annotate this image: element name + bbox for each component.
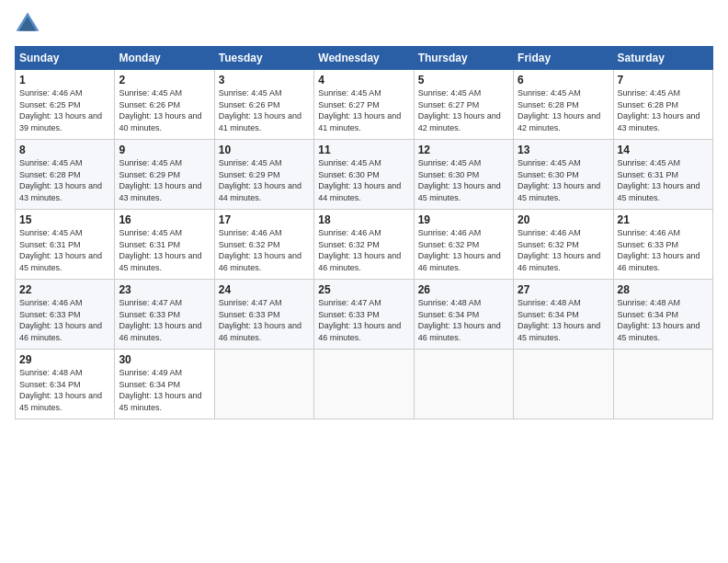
col-sunday: Sunday — [16, 47, 115, 70]
day-info: Sunrise: 4:45 AMSunset: 6:26 PMDaylight:… — [219, 87, 310, 133]
day-number: 5 — [418, 74, 509, 86]
day-number: 29 — [19, 353, 110, 366]
calendar-cell: 25 Sunrise: 4:47 AMSunset: 6:33 PMDaylig… — [314, 280, 414, 350]
day-number: 25 — [318, 283, 409, 296]
calendar-week-row: 1 Sunrise: 4:46 AMSunset: 6:25 PMDayligh… — [16, 70, 713, 140]
calendar-cell: 28 Sunrise: 4:48 AMSunset: 6:34 PMDaylig… — [613, 280, 712, 350]
day-number: 14 — [618, 144, 709, 156]
day-number: 9 — [119, 144, 210, 156]
calendar-cell: 17 Sunrise: 4:46 AMSunset: 6:32 PMDaylig… — [214, 210, 313, 280]
calendar-cell: 27 Sunrise: 4:48 AMSunset: 6:34 PMDaylig… — [514, 280, 613, 350]
day-info: Sunrise: 4:45 AMSunset: 6:28 PMDaylight:… — [19, 157, 110, 203]
calendar-cell: 26 Sunrise: 4:48 AMSunset: 6:34 PMDaylig… — [414, 280, 513, 350]
day-number: 16 — [119, 213, 210, 226]
col-saturday: Saturday — [613, 47, 712, 70]
calendar-cell: 12 Sunrise: 4:45 AMSunset: 6:30 PMDaylig… — [414, 140, 513, 210]
day-number: 12 — [418, 144, 509, 156]
day-number: 18 — [318, 213, 409, 226]
day-number: 7 — [618, 74, 709, 86]
day-number: 6 — [518, 74, 609, 86]
day-number: 30 — [119, 353, 210, 366]
day-number: 17 — [219, 213, 310, 226]
day-info: Sunrise: 4:48 AMSunset: 6:34 PMDaylight:… — [618, 297, 709, 343]
col-monday: Monday — [115, 47, 214, 70]
day-number: 20 — [518, 213, 609, 226]
calendar-cell: 8 Sunrise: 4:45 AMSunset: 6:28 PMDayligh… — [16, 140, 115, 210]
calendar-cell: 21 Sunrise: 4:46 AMSunset: 6:33 PMDaylig… — [613, 210, 712, 280]
day-number: 24 — [219, 283, 310, 296]
calendar-table: Sunday Monday Tuesday Wednesday Thursday… — [15, 46, 713, 419]
day-number: 4 — [318, 74, 409, 86]
col-friday: Friday — [514, 47, 613, 70]
calendar-cell: 24 Sunrise: 4:47 AMSunset: 6:33 PMDaylig… — [214, 280, 313, 350]
day-info: Sunrise: 4:47 AMSunset: 6:33 PMDaylight:… — [318, 297, 409, 343]
day-info: Sunrise: 4:46 AMSunset: 6:33 PMDaylight:… — [19, 297, 110, 343]
calendar-week-row: 29 Sunrise: 4:48 AMSunset: 6:34 PMDaylig… — [16, 350, 713, 419]
day-info: Sunrise: 4:45 AMSunset: 6:28 PMDaylight:… — [518, 87, 609, 133]
calendar-cell: 23 Sunrise: 4:47 AMSunset: 6:33 PMDaylig… — [115, 280, 214, 350]
day-number: 19 — [418, 213, 509, 226]
day-number: 11 — [318, 144, 409, 156]
calendar-cell: 29 Sunrise: 4:48 AMSunset: 6:34 PMDaylig… — [16, 350, 115, 419]
calendar-week-row: 15 Sunrise: 4:45 AMSunset: 6:31 PMDaylig… — [16, 210, 713, 280]
calendar-cell — [613, 350, 712, 419]
col-thursday: Thursday — [414, 47, 513, 70]
calendar-cell: 19 Sunrise: 4:46 AMSunset: 6:32 PMDaylig… — [414, 210, 513, 280]
calendar-cell: 15 Sunrise: 4:45 AMSunset: 6:31 PMDaylig… — [16, 210, 115, 280]
calendar-cell: 4 Sunrise: 4:45 AMSunset: 6:27 PMDayligh… — [314, 70, 414, 140]
day-info: Sunrise: 4:46 AMSunset: 6:32 PMDaylight:… — [219, 227, 310, 273]
day-info: Sunrise: 4:48 AMSunset: 6:34 PMDaylight:… — [518, 297, 609, 343]
day-info: Sunrise: 4:46 AMSunset: 6:32 PMDaylight:… — [318, 227, 409, 273]
calendar-cell: 1 Sunrise: 4:46 AMSunset: 6:25 PMDayligh… — [16, 70, 115, 140]
day-info: Sunrise: 4:49 AMSunset: 6:34 PMDaylight:… — [119, 367, 210, 413]
calendar-header-row: Sunday Monday Tuesday Wednesday Thursday… — [16, 47, 713, 70]
day-number: 23 — [119, 283, 210, 296]
day-info: Sunrise: 4:45 AMSunset: 6:26 PMDaylight:… — [119, 87, 210, 133]
day-info: Sunrise: 4:46 AMSunset: 6:32 PMDaylight:… — [518, 227, 609, 273]
day-number: 21 — [618, 213, 709, 226]
col-tuesday: Tuesday — [214, 47, 313, 70]
day-number: 27 — [518, 283, 609, 296]
day-info: Sunrise: 4:45 AMSunset: 6:29 PMDaylight:… — [219, 157, 310, 203]
col-wednesday: Wednesday — [314, 47, 414, 70]
calendar-cell: 20 Sunrise: 4:46 AMSunset: 6:32 PMDaylig… — [514, 210, 613, 280]
day-info: Sunrise: 4:46 AMSunset: 6:25 PMDaylight:… — [19, 87, 110, 133]
calendar-cell: 10 Sunrise: 4:45 AMSunset: 6:29 PMDaylig… — [214, 140, 313, 210]
calendar-cell: 5 Sunrise: 4:45 AMSunset: 6:27 PMDayligh… — [414, 70, 513, 140]
day-info: Sunrise: 4:45 AMSunset: 6:31 PMDaylight:… — [19, 227, 110, 273]
day-info: Sunrise: 4:46 AMSunset: 6:32 PMDaylight:… — [418, 227, 509, 273]
calendar-cell — [414, 350, 513, 419]
day-info: Sunrise: 4:46 AMSunset: 6:33 PMDaylight:… — [618, 227, 709, 273]
day-number: 1 — [19, 74, 110, 86]
calendar-cell: 13 Sunrise: 4:45 AMSunset: 6:30 PMDaylig… — [514, 140, 613, 210]
day-info: Sunrise: 4:48 AMSunset: 6:34 PMDaylight:… — [418, 297, 509, 343]
day-info: Sunrise: 4:47 AMSunset: 6:33 PMDaylight:… — [119, 297, 210, 343]
calendar-cell: 11 Sunrise: 4:45 AMSunset: 6:30 PMDaylig… — [314, 140, 414, 210]
logo — [15, 11, 44, 37]
day-info: Sunrise: 4:45 AMSunset: 6:30 PMDaylight:… — [318, 157, 409, 203]
logo-icon — [15, 11, 40, 37]
calendar-cell: 7 Sunrise: 4:45 AMSunset: 6:28 PMDayligh… — [613, 70, 712, 140]
calendar-cell — [514, 350, 613, 419]
calendar-cell: 16 Sunrise: 4:45 AMSunset: 6:31 PMDaylig… — [115, 210, 214, 280]
day-info: Sunrise: 4:45 AMSunset: 6:30 PMDaylight:… — [418, 157, 509, 203]
calendar-cell: 14 Sunrise: 4:45 AMSunset: 6:31 PMDaylig… — [613, 140, 712, 210]
calendar-week-row: 8 Sunrise: 4:45 AMSunset: 6:28 PMDayligh… — [16, 140, 713, 210]
day-number: 3 — [219, 74, 310, 86]
day-number: 15 — [19, 213, 110, 226]
day-number: 10 — [219, 144, 310, 156]
day-number: 13 — [518, 144, 609, 156]
day-info: Sunrise: 4:45 AMSunset: 6:29 PMDaylight:… — [119, 157, 210, 203]
calendar-cell: 2 Sunrise: 4:45 AMSunset: 6:26 PMDayligh… — [115, 70, 214, 140]
day-info: Sunrise: 4:47 AMSunset: 6:33 PMDaylight:… — [219, 297, 310, 343]
calendar-cell: 22 Sunrise: 4:46 AMSunset: 6:33 PMDaylig… — [16, 280, 115, 350]
day-info: Sunrise: 4:45 AMSunset: 6:31 PMDaylight:… — [618, 157, 709, 203]
calendar-cell: 3 Sunrise: 4:45 AMSunset: 6:26 PMDayligh… — [214, 70, 313, 140]
day-info: Sunrise: 4:45 AMSunset: 6:28 PMDaylight:… — [618, 87, 709, 133]
day-info: Sunrise: 4:48 AMSunset: 6:34 PMDaylight:… — [19, 367, 110, 413]
day-number: 8 — [19, 144, 110, 156]
day-info: Sunrise: 4:45 AMSunset: 6:31 PMDaylight:… — [119, 227, 210, 273]
calendar-cell: 18 Sunrise: 4:46 AMSunset: 6:32 PMDaylig… — [314, 210, 414, 280]
day-info: Sunrise: 4:45 AMSunset: 6:27 PMDaylight:… — [418, 87, 509, 133]
calendar-cell — [314, 350, 414, 419]
